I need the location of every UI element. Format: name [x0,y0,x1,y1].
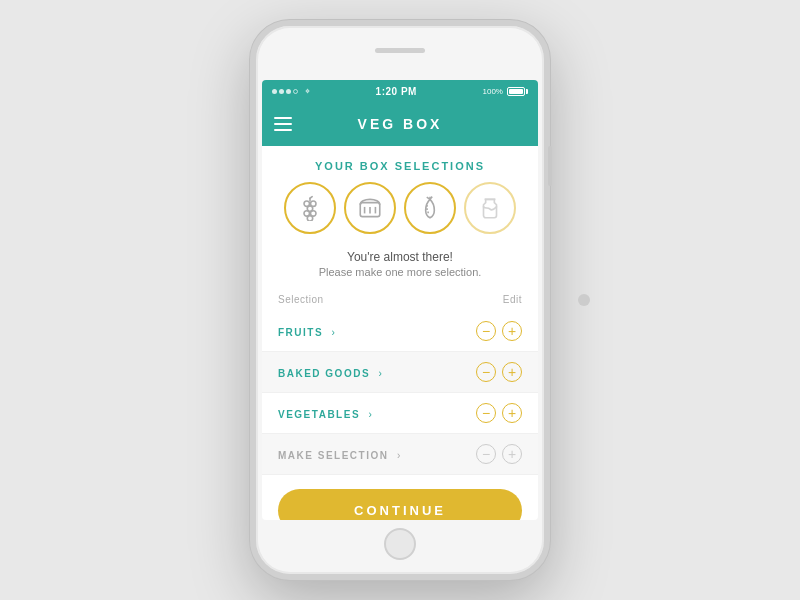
phone-speaker [375,48,425,53]
signal-dots [272,89,298,94]
make-selection-label: MAKE SELECTION [278,450,388,461]
wifi-icon: ⌖ [305,86,310,97]
hamburger-line-3 [274,129,292,131]
fruits-edit-controls: − + [476,321,522,341]
list-item-left: VEGETABLES › [278,404,372,422]
status-left: ⌖ [272,86,310,97]
main-content: YOUR BOX SELECTIONS [262,146,538,520]
vegetables-decrement-button[interactable]: − [476,403,496,423]
signal-dot-2 [279,89,284,94]
fruits-increment-button[interactable]: + [502,321,522,341]
bread-icon [357,195,383,221]
fruits-label: FRUITS [278,327,323,338]
app-title: VEG BOX [358,116,443,132]
battery-tip [526,89,528,94]
vegetables-chevron: › [369,409,372,420]
svg-point-5 [307,216,312,221]
make-selection-chevron: › [397,450,400,461]
fruits-decrement-button[interactable]: − [476,321,496,341]
list-item-left: BAKED GOODS › [278,363,382,381]
baked-goods-edit-controls: − + [476,362,522,382]
vegetables-icon-circle[interactable] [404,182,456,234]
status-time: 1:20 PM [376,86,417,97]
battery-fill [509,89,523,94]
list-item[interactable]: BAKED GOODS › − + [262,352,538,393]
baked-goods-increment-button[interactable]: + [502,362,522,382]
hamburger-line-2 [274,123,292,125]
list-item[interactable]: FRUITS › − + [262,311,538,352]
list-item[interactable]: VEGETABLES › − + [262,393,538,434]
empty-selection-icon-circle[interactable] [464,182,516,234]
side-button [548,146,552,186]
fruits-icon-circle[interactable] [284,182,336,234]
battery-body [507,87,525,96]
signal-dot-1 [272,89,277,94]
list-item[interactable]: MAKE SELECTION › − + [262,434,538,475]
hamburger-line-1 [274,117,292,119]
svg-line-7 [310,197,312,199]
baked-goods-decrement-button[interactable]: − [476,362,496,382]
status-bar: ⌖ 1:20 PM 100% [262,80,538,102]
phone-screen: ⌖ 1:20 PM 100% VEG BOX [262,80,538,520]
battery-icon [507,87,528,96]
battery-percentage: 100% [483,87,503,96]
baked-goods-chevron: › [379,368,382,379]
continue-area: CONTINUE [262,475,538,520]
message-sub: Please make one more selection. [282,266,518,278]
baked-goods-icon-circle[interactable] [344,182,396,234]
section-title: YOUR BOX SELECTIONS [262,146,538,182]
message-main: You're almost there! [282,250,518,264]
make-selection-edit-controls: − + [476,444,522,464]
list-item-left: FRUITS › [278,322,335,340]
selection-icons-row [262,182,538,246]
status-right: 100% [483,87,528,96]
edit-column-header: Edit [503,294,522,305]
make-selection-increment-button[interactable]: + [502,444,522,464]
vegetables-increment-button[interactable]: + [502,403,522,423]
make-selection-decrement-button[interactable]: − [476,444,496,464]
phone-home-button[interactable] [384,528,416,560]
continue-button[interactable]: CONTINUE [278,489,522,520]
app-header: VEG BOX [262,102,538,146]
baked-goods-label: BAKED GOODS [278,368,370,379]
milk-icon [477,195,503,221]
list-item-left: MAKE SELECTION › [278,445,400,463]
vegetables-label: VEGETABLES [278,409,360,420]
selection-column-header: Selection [278,294,324,305]
vegetables-edit-controls: − + [476,403,522,423]
grapes-icon [297,195,323,221]
carrot-icon [417,195,443,221]
signal-dot-3 [286,89,291,94]
fruits-chevron: › [332,327,335,338]
scroll-indicator [578,294,590,306]
hamburger-menu-button[interactable] [274,117,292,131]
list-header: Selection Edit [262,288,538,311]
signal-dot-4 [293,89,298,94]
phone-mockup: ⌖ 1:20 PM 100% VEG BOX [250,20,550,580]
message-area: You're almost there! Please make one mor… [262,246,538,288]
